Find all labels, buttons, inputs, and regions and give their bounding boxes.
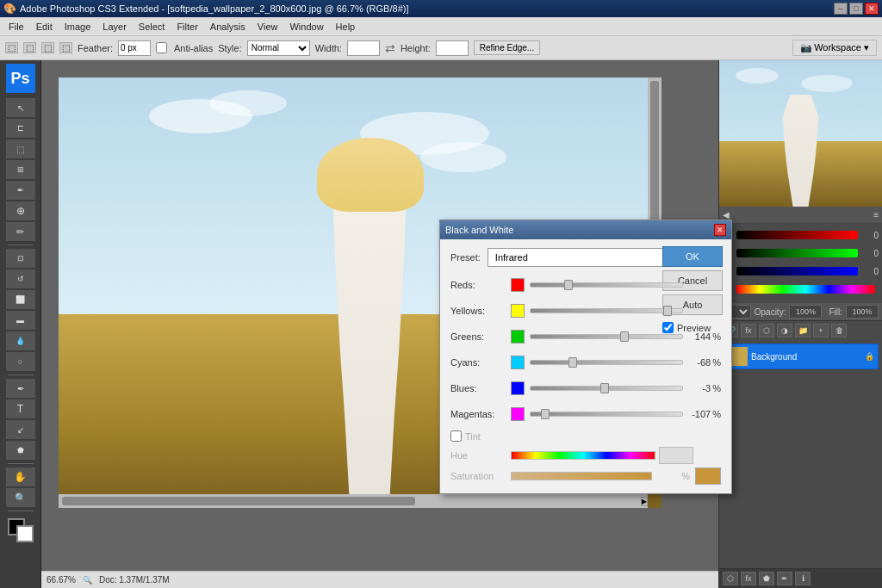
tint-checkbox[interactable] — [450, 430, 462, 442]
cyans-swatch[interactable] — [511, 356, 525, 369]
app-icon: 🎨 — [3, 3, 16, 15]
brush-tool[interactable]: ✏ — [6, 222, 35, 241]
menu-window[interactable]: Window — [284, 20, 328, 34]
effects-button[interactable]: fx — [741, 572, 756, 585]
menu-analysis[interactable]: Analysis — [205, 20, 251, 34]
eraser-tool[interactable]: ⬜ — [6, 290, 35, 309]
menu-filter[interactable]: Filter — [171, 20, 202, 34]
panel-arrow-left[interactable]: ◀ — [723, 210, 730, 220]
refine-edge-button[interactable]: Refine Edge... — [474, 40, 540, 55]
delete-layer-button[interactable]: 🗑 — [831, 324, 847, 337]
menu-image[interactable]: Image — [59, 20, 96, 34]
magentas-row: Magentas: -107 % — [450, 405, 721, 424]
color-spectrum[interactable] — [736, 285, 875, 294]
crop-tool[interactable]: ⊞ — [6, 160, 35, 179]
selection-intersect-button[interactable]: ⬚ — [41, 42, 54, 53]
layer-effects-button[interactable]: fx — [741, 324, 756, 337]
magentas-thumb[interactable] — [541, 409, 550, 419]
feather-input[interactable] — [118, 40, 151, 56]
width-input[interactable] — [347, 40, 380, 56]
pen-tool[interactable]: ✒ — [6, 379, 35, 398]
menu-layer[interactable]: Layer — [97, 20, 132, 34]
greens-slider[interactable] — [530, 330, 683, 344]
background-layer[interactable]: Background 🔒 — [723, 344, 879, 369]
cyans-row: Cyans: -68 % — [450, 353, 721, 372]
style-select[interactable]: NormalFixed RatioFixed Size — [247, 40, 310, 56]
lasso-tool[interactable]: ⊏ — [6, 119, 35, 138]
blue-bar[interactable] — [736, 267, 858, 275]
bw-close-button[interactable]: ✕ — [714, 224, 726, 236]
selection-feather-button[interactable]: ⬚ — [23, 42, 36, 53]
height-input[interactable] — [436, 40, 469, 56]
antialias-checkbox[interactable] — [156, 42, 167, 53]
shape-tool[interactable]: ⬟ — [6, 441, 35, 460]
background-color[interactable] — [16, 525, 34, 542]
panel-menu[interactable]: ≡ — [873, 210, 879, 220]
greens-swatch[interactable] — [511, 330, 525, 344]
red-bar[interactable] — [736, 231, 858, 239]
healing-tool[interactable]: ⊕ — [6, 201, 35, 220]
workspace-button[interactable]: 📷 Workspace ▾ — [792, 40, 877, 56]
red-value: 0 — [861, 231, 879, 240]
new-layer-button[interactable]: + — [813, 324, 829, 337]
opacity-input[interactable] — [789, 305, 822, 319]
selection-rect-button[interactable]: ⬚ — [5, 42, 18, 53]
menu-file[interactable]: File — [3, 20, 29, 34]
blues-swatch[interactable] — [511, 381, 525, 395]
hand-tool[interactable]: ✋ — [6, 467, 35, 486]
app-close-button[interactable]: ✕ — [865, 3, 879, 15]
layer-mask-button[interactable]: ⬡ — [759, 324, 774, 337]
spectrum-container — [736, 285, 875, 294]
scroll-right-button[interactable]: ▶ — [641, 497, 648, 506]
reds-swatch[interactable] — [511, 278, 525, 292]
yellows-thumb[interactable] — [663, 306, 672, 316]
new-group-button[interactable]: 📁 — [795, 324, 811, 337]
reds-slider[interactable] — [530, 278, 683, 292]
magentas-swatch[interactable] — [511, 407, 525, 421]
selection-subtract-button[interactable]: ⬚ — [59, 42, 72, 53]
dodge-tool[interactable]: ○ — [6, 352, 35, 371]
magentas-slider[interactable] — [530, 407, 683, 421]
menu-select[interactable]: Select — [134, 20, 171, 34]
saturation-track[interactable] — [511, 472, 652, 480]
greens-thumb[interactable] — [620, 331, 629, 342]
paths-button[interactable]: ✒ — [777, 572, 792, 585]
zoom-tool[interactable]: 🔍 — [6, 488, 35, 507]
path-tool[interactable]: ↙ — [6, 420, 35, 439]
history-brush[interactable]: ↺ — [6, 269, 35, 288]
horizontal-scrollbar[interactable]: ▶ — [59, 494, 648, 508]
color-panel: R 0 G 0 B 0 — [719, 224, 882, 303]
type-tool[interactable]: T — [6, 399, 35, 418]
hue-track[interactable] — [511, 451, 655, 460]
menu-view[interactable]: View — [252, 20, 283, 34]
menu-help[interactable]: Help — [331, 20, 361, 34]
cyans-slider[interactable] — [530, 356, 683, 369]
clone-tool[interactable]: ⊡ — [6, 249, 35, 268]
blues-thumb[interactable] — [600, 383, 609, 393]
options-bar: ⬚ ⬚ ⬚ ⬚ Feather: Anti-alias Style: Norma… — [0, 36, 882, 60]
saturation-row: Saturation % — [450, 467, 721, 485]
app-minimize-button[interactable]: – — [834, 3, 848, 15]
marquee-tool[interactable]: ⬚ — [6, 139, 35, 158]
move-tool[interactable]: ↖ — [6, 98, 35, 117]
blues-slider[interactable] — [530, 381, 683, 395]
h-scrollbar-thumb[interactable] — [62, 497, 415, 505]
eyedropper-tool[interactable]: ✒ — [6, 181, 35, 200]
gradient-tool[interactable]: ▬ — [6, 311, 35, 330]
mask-panel-button[interactable]: ⬟ — [759, 572, 774, 585]
channel-button[interactable]: ⬡ — [723, 572, 738, 585]
opacity-label: Opacity: — [755, 307, 786, 317]
reds-thumb[interactable] — [564, 280, 573, 290]
fill-input[interactable] — [846, 305, 879, 319]
cyans-thumb[interactable] — [568, 357, 577, 368]
info-button[interactable]: ℹ — [795, 572, 811, 585]
adjustment-layer-button[interactable]: ◑ — [777, 324, 792, 337]
bw-ok-button[interactable]: OK — [662, 246, 723, 267]
green-bar[interactable] — [736, 249, 858, 257]
blur-tool[interactable]: 💧 — [6, 331, 35, 350]
yellows-label: Yellows: — [450, 306, 511, 316]
yellows-swatch[interactable] — [511, 304, 525, 318]
yellows-slider[interactable] — [530, 304, 683, 318]
menu-edit[interactable]: Edit — [31, 20, 58, 34]
app-maximize-button[interactable]: □ — [849, 3, 863, 15]
